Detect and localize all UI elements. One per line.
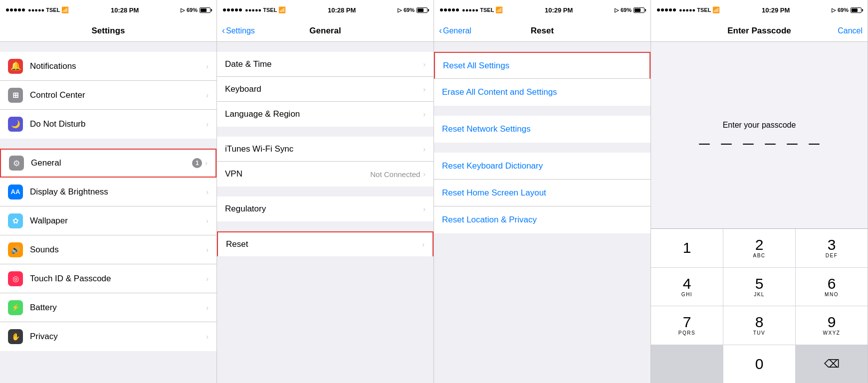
signal-dot (18, 8, 21, 11)
chevron-icon: › (423, 110, 426, 118)
section-gap (217, 127, 434, 137)
chevron-icon: › (206, 217, 209, 225)
status-bar-1: ●●●●● TSEL 📶 10:28 PM ▷ 69% (0, 0, 217, 20)
general-item-itunes[interactable]: iTunes Wi-Fi Sync › (217, 137, 434, 162)
keyboard-label: Keyboard (225, 84, 423, 94)
settings-item-dnd[interactable]: 🌙 Do Not Disturb › (0, 110, 217, 139)
signal-dot (673, 8, 676, 11)
privacy-label: Privacy (30, 332, 206, 342)
general-item-reset[interactable]: Reset › (217, 231, 434, 256)
wallpaper-label: Wallpaper (30, 216, 206, 226)
status-bar-2: ●●●●● TSEL 📶 10:28 PM ▷ 69% (217, 0, 434, 20)
signal-dot (440, 8, 443, 11)
settings-item-notifications[interactable]: 🔔 Notifications › (0, 52, 217, 81)
regulatory-label: Regulatory (225, 204, 423, 214)
back-label-reset: General (443, 26, 471, 35)
vpn-value: Not Connected (370, 170, 420, 179)
signal-dot (22, 8, 25, 11)
reset-section-2: Reset Network Settings (434, 116, 651, 143)
num-key-6[interactable]: 6 MNO (796, 268, 868, 306)
general-item-keyboard[interactable]: Keyboard › (217, 77, 434, 102)
signal-dots-2 (223, 8, 242, 11)
battery-label: Battery (30, 303, 206, 313)
reset-item-location[interactable]: Reset Location & Privacy (434, 206, 651, 233)
notifications-icon: 🔔 (8, 59, 23, 74)
num-main-4: 4 (683, 276, 691, 291)
settings-item-touchid[interactable]: ◎ Touch ID & Passcode › (0, 264, 217, 293)
signal-dot (448, 8, 451, 11)
num-key-delete[interactable]: ⌫ (796, 345, 868, 383)
num-main-2: 2 (755, 237, 764, 252)
num-sub-9: WXYZ (823, 330, 841, 336)
chevron-icon: › (423, 145, 426, 153)
num-key-3[interactable]: 3 DEF (796, 229, 868, 267)
nav-title-reset: Reset (531, 26, 554, 36)
signal-dot (661, 8, 664, 11)
num-main-6: 6 (828, 276, 836, 291)
passcode-prompt-area: Enter your passcode (651, 42, 868, 228)
cancel-button-passcode[interactable]: Cancel (838, 26, 863, 35)
nav-title-passcode: Enter Passcode (727, 26, 791, 36)
nav-bar-settings: Settings (0, 20, 217, 42)
itunes-label: iTunes Wi-Fi Sync (225, 144, 423, 154)
reset-item-homescreen[interactable]: Reset Home Screen Layout (434, 180, 651, 206)
num-key-4[interactable]: 4 GHI (651, 268, 723, 306)
general-section-4: Reset › (217, 231, 434, 256)
location-icon-3: ▷ (615, 7, 619, 13)
settings-item-wallpaper[interactable]: ✿ Wallpaper › (0, 206, 217, 235)
num-key-7[interactable]: 7 PQRS (651, 306, 723, 345)
passcode-dot-2 (721, 144, 732, 145)
chevron-icon: › (423, 205, 426, 213)
num-key-2[interactable]: 2 ABC (723, 229, 795, 267)
reset-item-keyboard[interactable]: Reset Keyboard Dictionary (434, 153, 651, 180)
location-icon-2: ▷ (398, 7, 402, 13)
back-button-general[interactable]: ‹ Settings (222, 25, 255, 36)
location-icon-4: ▷ (832, 7, 836, 13)
section-gap (0, 42, 217, 52)
status-right-2: ▷ 69% (398, 7, 428, 13)
general-item-regulatory[interactable]: Regulatory › (217, 196, 434, 221)
notifications-label: Notifications (30, 61, 206, 71)
section-gap (434, 106, 651, 116)
language-label: Language & Region (225, 109, 423, 119)
control-center-label: Control Center (30, 90, 206, 100)
signal-dot (456, 8, 459, 11)
settings-item-display[interactable]: AA Display & Brightness › (0, 178, 217, 206)
reset-keyboard-label: Reset Keyboard Dictionary (442, 161, 643, 171)
reset-section-3: Reset Keyboard Dictionary Reset Home Scr… (434, 153, 651, 233)
num-key-1[interactable]: 1 (651, 229, 723, 267)
num-key-0[interactable]: 0 (723, 345, 795, 383)
passcode-dot-4 (765, 144, 776, 145)
sounds-icon: 🔊 (8, 242, 23, 257)
status-left-1: ●●●●● TSEL 📶 (6, 6, 69, 13)
touchid-icon: ◎ (8, 271, 23, 286)
reset-item-all-settings[interactable]: Reset All Settings (434, 52, 651, 79)
erase-all-label: Erase All Content and Settings (442, 87, 643, 97)
general-badge: 1 (192, 158, 202, 168)
settings-item-battery[interactable]: ⚡ Battery › (0, 293, 217, 322)
general-section-1: Date & Time › Keyboard › Language & Regi… (217, 52, 434, 127)
settings-item-sounds[interactable]: 🔊 Sounds › (0, 235, 217, 264)
settings-item-general[interactable]: ⚙ General 1 › (0, 149, 217, 178)
general-item-language[interactable]: Language & Region › (217, 102, 434, 127)
num-key-9[interactable]: 9 WXYZ (796, 306, 868, 345)
section-gap (434, 143, 651, 153)
reset-item-erase-all[interactable]: Erase All Content and Settings (434, 79, 651, 106)
general-section-3: Regulatory › (217, 196, 434, 221)
back-chevron-icon: ‹ (222, 25, 225, 36)
num-key-5[interactable]: 5 JKL (723, 268, 795, 306)
signal-dots-1 (6, 8, 25, 11)
num-sub-6: MNO (825, 292, 839, 297)
general-item-datetime[interactable]: Date & Time › (217, 52, 434, 77)
settings-item-privacy[interactable]: ✋ Privacy › (0, 322, 217, 351)
reset-item-network[interactable]: Reset Network Settings (434, 116, 651, 143)
num-key-8[interactable]: 8 TUV (723, 306, 795, 345)
num-main-5: 5 (755, 276, 764, 291)
chevron-icon: › (205, 159, 208, 167)
general-item-vpn[interactable]: VPN Not Connected › (217, 162, 434, 187)
battery-pct-2: 69% (404, 7, 415, 13)
back-button-reset[interactable]: ‹ General (439, 25, 471, 36)
num-main-1: 1 (683, 240, 691, 255)
settings-item-control-center[interactable]: ⊞ Control Center › (0, 81, 217, 110)
passcode-prompt-text: Enter your passcode (723, 121, 796, 130)
